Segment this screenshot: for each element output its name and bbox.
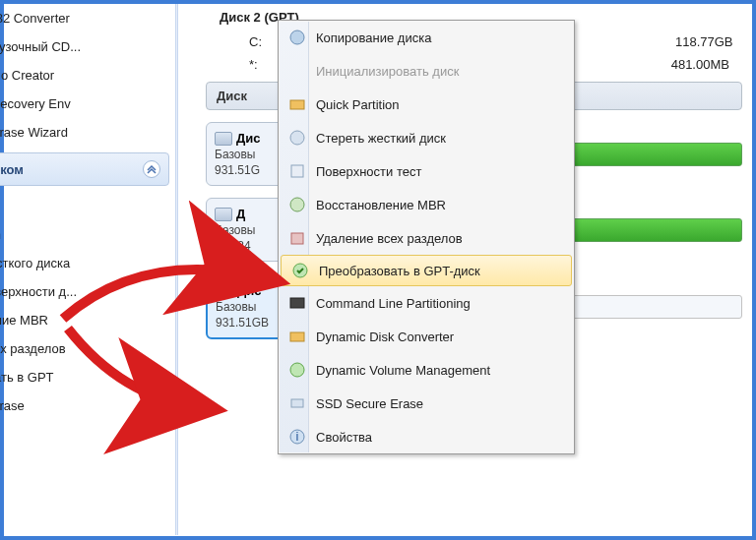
dynamic-disk-icon bbox=[284, 324, 310, 349]
sidebar-item[interactable]: e Erase bbox=[0, 391, 171, 420]
convert-gpt-icon bbox=[287, 258, 313, 283]
svg-point-0 bbox=[290, 30, 304, 44]
cm-dynamic-volume[interactable]: Dynamic Volume Management bbox=[279, 353, 574, 387]
surface-test-icon bbox=[284, 158, 310, 184]
svg-rect-10 bbox=[291, 399, 303, 407]
cm-properties[interactable]: iСвойства bbox=[279, 420, 574, 453]
disk-name: Дис bbox=[237, 283, 261, 298]
disk-icon bbox=[215, 132, 232, 146]
svg-point-9 bbox=[290, 363, 304, 377]
cm-quick-partition[interactable]: Quick Partition bbox=[279, 88, 574, 121]
sidebar-section-header[interactable]: иском bbox=[0, 152, 169, 186]
cm-ssd-erase[interactable]: SSD Secure Erase bbox=[279, 387, 574, 420]
quick-partition-icon bbox=[284, 91, 310, 117]
svg-text:i: i bbox=[296, 429, 299, 444]
sidebar-item[interactable]: AT32 Converter bbox=[0, 4, 171, 32]
svg-point-2 bbox=[290, 131, 304, 145]
properties-icon: i bbox=[284, 424, 310, 450]
sidebar-item[interactable]: o Go Creator bbox=[0, 61, 171, 90]
copy-disk-icon bbox=[284, 25, 310, 50]
volume-size: 118.77GB bbox=[675, 34, 733, 49]
erase-disk-icon bbox=[284, 125, 310, 150]
svg-rect-5 bbox=[291, 233, 303, 244]
svg-rect-8 bbox=[290, 332, 304, 341]
cm-surface-test[interactable]: Поверхности тест bbox=[279, 154, 574, 188]
svg-rect-7 bbox=[290, 298, 304, 308]
sidebar-item[interactable]: e Erase Wizard bbox=[0, 118, 171, 147]
sidebar-item[interactable]: всех разделов bbox=[0, 334, 171, 363]
disk-icon bbox=[216, 284, 233, 298]
delete-partitions-icon bbox=[284, 225, 310, 251]
disk-name: Дис bbox=[236, 131, 260, 146]
cm-command-line[interactable]: Command Line Partitioning bbox=[279, 286, 574, 320]
sidebar-item[interactable]: агрузочный CD... bbox=[0, 32, 171, 61]
svg-point-4 bbox=[290, 198, 304, 211]
svg-rect-1 bbox=[290, 100, 304, 109]
cm-dynamic-disk-converter[interactable]: Dynamic Disk Converter bbox=[279, 320, 574, 353]
sidebar-item[interactable]: жесткого диска bbox=[0, 249, 171, 277]
sidebar-section-title: иском bbox=[0, 162, 24, 177]
cm-copy-disk[interactable]: Копирование диска bbox=[279, 21, 574, 54]
volume-size: 481.00MB bbox=[671, 57, 729, 72]
app-frame: AT32 Converter агрузочный CD... o Go Cre… bbox=[0, 0, 756, 540]
sidebar-top-list: AT32 Converter агрузочный CD... o Go Cre… bbox=[0, 4, 171, 147]
disk-name: Д bbox=[236, 207, 245, 221]
vertical-separator[interactable] bbox=[175, 4, 178, 535]
sidebar-item[interactable]: овать в GPT bbox=[0, 363, 171, 391]
cli-icon bbox=[284, 290, 310, 316]
restore-mbr-icon bbox=[284, 192, 310, 217]
init-disk-icon bbox=[284, 58, 310, 84]
sidebar: AT32 Converter агрузочный CD... o Go Cre… bbox=[0, 4, 171, 535]
cm-delete-all-partitions[interactable]: Удаление всех разделов bbox=[279, 221, 574, 255]
sidebar-item[interactable]: o Recovery Env bbox=[0, 90, 171, 118]
cm-erase-disk[interactable]: Стереть жесткий диск bbox=[279, 121, 574, 154]
cm-convert-to-gpt[interactable]: Преобразовать в GPT-диск bbox=[281, 255, 572, 286]
sidebar-item[interactable]: tion bbox=[0, 220, 171, 249]
context-menu: Копирование диска Инициализировать диск … bbox=[278, 20, 575, 454]
ssd-erase-icon bbox=[284, 390, 310, 416]
sidebar-item[interactable]: ление MBR bbox=[0, 306, 171, 334]
dynamic-volume-icon bbox=[284, 357, 310, 383]
svg-rect-3 bbox=[291, 165, 303, 177]
disk-icon bbox=[215, 208, 232, 221]
sidebar-bottom-list: ка tion жесткого диска поверхности д... … bbox=[0, 192, 171, 420]
volume-letter: C: bbox=[249, 34, 262, 49]
volume-letter: *: bbox=[249, 57, 258, 72]
collapse-icon[interactable] bbox=[143, 160, 160, 178]
cm-restore-mbr[interactable]: Восстановление MBR bbox=[279, 188, 574, 221]
cm-init-disk: Инициализировать диск bbox=[279, 54, 574, 88]
sidebar-item[interactable]: ка bbox=[0, 192, 171, 220]
sidebar-item[interactable]: поверхности д... bbox=[0, 277, 171, 306]
